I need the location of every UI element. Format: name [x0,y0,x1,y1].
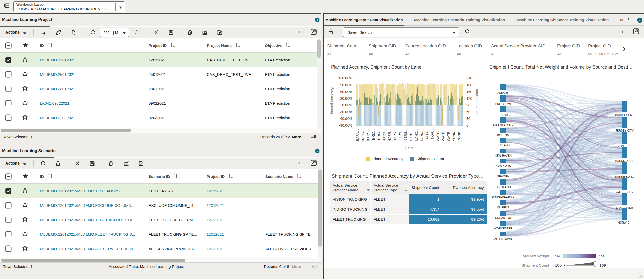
svg-text:NEW YORK: NEW YORK [495,164,511,167]
svg-text:HARRISBURG: HARRISBURG [615,175,634,178]
svg-text:ALLENTOWN: ALLENTOWN [494,237,512,240]
svg-text:BARNSTABLE: BARNSTABLE [615,159,634,162]
svg-text:NEW HAVEN: NEW HAVEN [495,154,512,157]
svg-text:PORTLAND: PORTLAND [495,186,511,189]
svg-text:BRIDGEPORT: BRIDGEPORT [615,113,634,117]
svg-text:WORCESTER: WORCESTER [494,227,512,230]
svg-text:ALBANY: ALBANY [497,91,509,94]
svg-text:BROOKLYN: BROOKLYN [495,103,511,106]
svg-text:QUEENS: QUEENS [497,206,509,209]
svg-text:NORWICH: NORWICH [618,221,632,224]
svg-text:BOSTON: BOSTON [497,134,509,137]
svg-text:WATERBURY: WATERBURY [616,191,634,194]
svg-text:JERSEY CITY: JERSEY CITY [615,129,634,132]
svg-text:SCRANTON: SCRANTON [495,216,511,219]
svg-text:ATLANTIC CITY: ATLANTIC CITY [493,124,514,127]
svg-text:READING: READING [497,113,510,116]
svg-text:POUGHKEEPSIE: POUGHKEEPSIE [492,196,514,199]
svg-text:BUFFALO: BUFFALO [497,144,510,147]
svg-text:NEWARK: NEWARK [497,175,510,178]
